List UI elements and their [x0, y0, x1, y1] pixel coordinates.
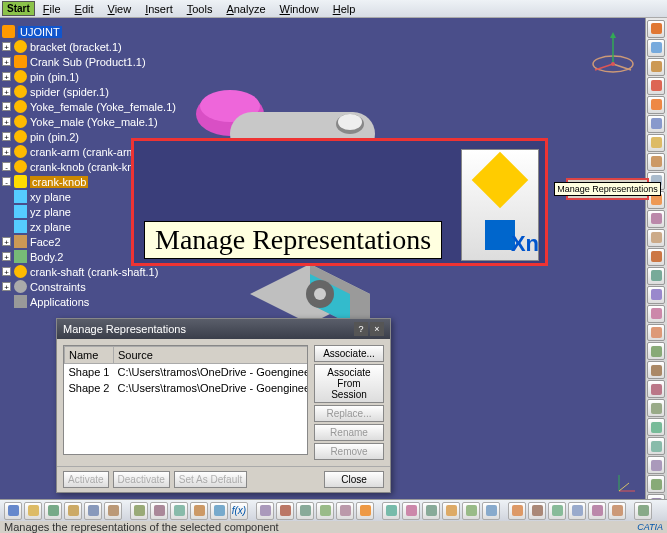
toolbar-button[interactable]: [647, 134, 665, 152]
toolbar-button[interactable]: [256, 502, 274, 520]
table-row[interactable]: Shape 2C:\Users\tramos\OneDrive - Goengi…: [65, 380, 309, 396]
toolbar-button[interactable]: [647, 229, 665, 247]
toolbar-button[interactable]: [647, 39, 665, 57]
tree-expander[interactable]: +: [2, 72, 11, 81]
toolbar-button[interactable]: [170, 502, 188, 520]
tree-item[interactable]: +spider (spider.1): [2, 84, 168, 99]
menu-analyze[interactable]: Analyze: [220, 2, 271, 16]
toolbar-button[interactable]: [276, 502, 294, 520]
column-header[interactable]: Name: [65, 347, 114, 364]
toolbar-button[interactable]: [647, 418, 665, 436]
tree-expander[interactable]: +: [2, 252, 11, 261]
toolbar-button[interactable]: [210, 502, 228, 520]
toolbar-button[interactable]: [647, 267, 665, 285]
menu-tools[interactable]: Tools: [181, 2, 219, 16]
toolbar-button[interactable]: [647, 342, 665, 360]
toolbar-button[interactable]: [647, 96, 665, 114]
dialog-close-button[interactable]: ×: [370, 322, 384, 336]
tree-expander[interactable]: +: [2, 147, 11, 156]
toolbar-button[interactable]: [647, 456, 665, 474]
tree-item[interactable]: +Yoke_female (Yoke_female.1): [2, 99, 168, 114]
tree-item[interactable]: Applications: [2, 294, 168, 309]
menu-file[interactable]: File: [37, 2, 67, 16]
menu-view[interactable]: View: [102, 2, 138, 16]
toolbar-button[interactable]: [44, 502, 62, 520]
toolbar-button[interactable]: [104, 502, 122, 520]
toolbar-button[interactable]: [647, 115, 665, 133]
toolbar-button[interactable]: [588, 502, 606, 520]
toolbar-button[interactable]: [422, 502, 440, 520]
dialog-titlebar[interactable]: Manage Representations ? ×: [57, 319, 390, 339]
toolbar-button[interactable]: [548, 502, 566, 520]
toolbar-button[interactable]: [150, 502, 168, 520]
toolbar-button[interactable]: [508, 502, 526, 520]
dialog-help-button[interactable]: ?: [354, 322, 368, 336]
toolbar-button[interactable]: [647, 475, 665, 493]
toolbar-button[interactable]: [647, 286, 665, 304]
tree-item[interactable]: +Yoke_male (Yoke_male.1): [2, 114, 168, 129]
compass[interactable]: [589, 28, 637, 76]
toolbar-button[interactable]: [316, 502, 334, 520]
toolbar-button[interactable]: [647, 58, 665, 76]
toolbar-button[interactable]: [24, 502, 42, 520]
toolbar-button[interactable]: [647, 380, 665, 398]
toolbar-button[interactable]: [402, 502, 420, 520]
toolbar-button[interactable]: [647, 361, 665, 379]
toolbar-button[interactable]: [647, 77, 665, 95]
tree-expander[interactable]: -: [2, 177, 11, 186]
tree-item[interactable]: +Crank Sub (Product1.1): [2, 54, 168, 69]
toolbar-button[interactable]: [647, 399, 665, 417]
tree-expander[interactable]: +: [2, 87, 11, 96]
tree-expander[interactable]: +: [2, 117, 11, 126]
toolbar-button[interactable]: [647, 437, 665, 455]
toolbar-button[interactable]: [528, 502, 546, 520]
toolbar-button[interactable]: [647, 210, 665, 228]
dialog-side-button[interactable]: Associate...: [314, 345, 384, 362]
dialog-side-button[interactable]: Associate From Session: [314, 364, 384, 403]
tree-item[interactable]: +pin (pin.1): [2, 69, 168, 84]
tree-expander[interactable]: +: [2, 132, 11, 141]
tree-item[interactable]: +crank-shaft (crank-shaft.1): [2, 264, 168, 279]
tree-expander[interactable]: +: [2, 282, 11, 291]
toolbar-button[interactable]: f(x): [230, 502, 248, 520]
menu-window[interactable]: Window: [274, 2, 325, 16]
tree-expander[interactable]: -: [2, 162, 11, 171]
menu-edit[interactable]: Edit: [69, 2, 100, 16]
toolbar-button[interactable]: [336, 502, 354, 520]
tree-item[interactable]: +Constraints: [2, 279, 168, 294]
toolbar-button[interactable]: [130, 502, 148, 520]
menu-insert[interactable]: Insert: [139, 2, 179, 16]
menu-help[interactable]: Help: [327, 2, 362, 16]
toolbar-button[interactable]: [64, 502, 82, 520]
toolbar-button[interactable]: [442, 502, 460, 520]
tree-expander[interactable]: +: [2, 267, 11, 276]
toolbar-button[interactable]: [568, 502, 586, 520]
toolbar-button[interactable]: [647, 305, 665, 323]
toolbar-button[interactable]: [647, 248, 665, 266]
representations-grid[interactable]: NameSourceTypeDefaultActivated Shape 1C:…: [63, 345, 308, 455]
toolbar-button[interactable]: [482, 502, 500, 520]
start-button[interactable]: Start: [2, 1, 35, 16]
toolbar-button[interactable]: [84, 502, 102, 520]
toolbar-button[interactable]: [647, 153, 665, 171]
close-button[interactable]: Close: [324, 471, 384, 488]
tree-node-label: zx plane: [30, 221, 71, 233]
toolbar-button[interactable]: [462, 502, 480, 520]
tree-root[interactable]: UJOINT: [2, 24, 168, 39]
toolbar-button[interactable]: [647, 324, 665, 342]
column-header[interactable]: Source: [113, 347, 308, 364]
toolbar-button[interactable]: [647, 20, 665, 38]
tree-expander[interactable]: +: [2, 237, 11, 246]
toolbar-button[interactable]: [382, 502, 400, 520]
tree-expander[interactable]: +: [2, 102, 11, 111]
toolbar-button[interactable]: [190, 502, 208, 520]
tree-expander[interactable]: +: [2, 42, 11, 51]
table-row[interactable]: Shape 1C:\Users\tramos\OneDrive - Goengi…: [65, 364, 309, 381]
toolbar-button[interactable]: [356, 502, 374, 520]
toolbar-button[interactable]: [634, 502, 652, 520]
toolbar-button[interactable]: [4, 502, 22, 520]
toolbar-button[interactable]: [608, 502, 626, 520]
tree-item[interactable]: +bracket (bracket.1): [2, 39, 168, 54]
tree-expander[interactable]: +: [2, 57, 11, 66]
toolbar-button[interactable]: [296, 502, 314, 520]
